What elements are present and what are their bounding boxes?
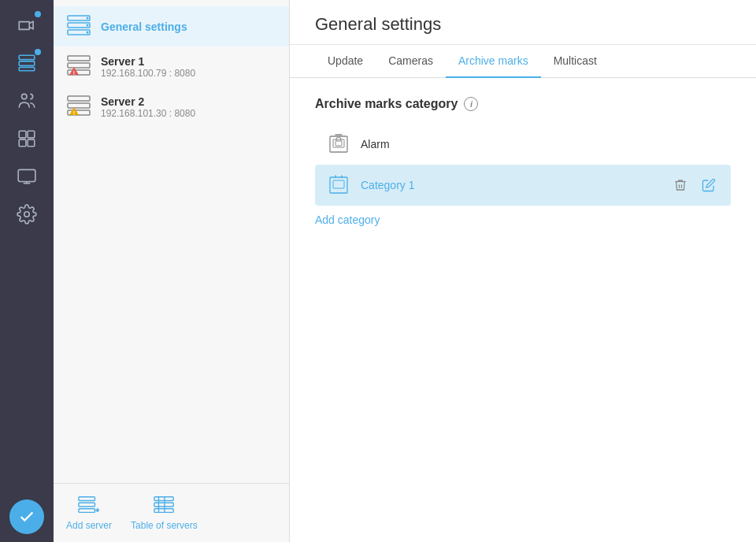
page-title: General settings xyxy=(315,14,731,35)
table-of-servers-label: Table of servers xyxy=(131,520,198,531)
svg-text:!: ! xyxy=(73,70,75,76)
main-content: General settings Update Cameras Archive … xyxy=(290,0,756,542)
svg-rect-32 xyxy=(154,503,173,507)
tabs-bar: Update Cameras Archive marks Multicast xyxy=(290,45,756,78)
svg-rect-33 xyxy=(154,509,173,513)
svg-rect-21 xyxy=(68,96,90,101)
general-settings-icon xyxy=(66,14,91,39)
category1-icon xyxy=(326,173,351,198)
svg-rect-2 xyxy=(19,67,35,70)
svg-point-9 xyxy=(24,212,30,217)
svg-point-3 xyxy=(22,94,28,99)
svg-rect-6 xyxy=(19,139,26,147)
category1-label: Category 1 xyxy=(361,179,660,191)
server-2-icon: ! xyxy=(66,95,91,119)
tab-cameras[interactable]: Cameras xyxy=(376,45,446,78)
monitor-nav-icon[interactable] xyxy=(9,159,44,194)
alarm-category-label: Alarm xyxy=(361,138,720,150)
server-1-item[interactable]: ! Server 1 192.168.100.79 : 8080 xyxy=(54,46,289,87)
main-header: General settings xyxy=(290,0,756,45)
server-1-address: 192.168.100.79 : 8080 xyxy=(101,68,195,79)
svg-rect-16 xyxy=(68,56,90,61)
svg-rect-7 xyxy=(28,139,35,147)
svg-rect-36 xyxy=(330,136,347,152)
tab-content-archive-marks: Archive marks category i Alarm xyxy=(290,78,756,542)
layout-nav-icon[interactable] xyxy=(9,121,44,156)
icon-rail xyxy=(0,0,54,542)
server-1-name: Server 1 xyxy=(101,55,195,68)
svg-rect-1 xyxy=(19,61,35,65)
svg-rect-38 xyxy=(335,141,342,146)
svg-rect-31 xyxy=(154,497,173,501)
camera-nav-icon[interactable] xyxy=(9,8,44,43)
server-nav-icon[interactable] xyxy=(9,46,44,80)
svg-point-14 xyxy=(87,24,89,27)
category-list: Alarm Category 1 xyxy=(315,124,731,206)
add-category-link[interactable]: Add category xyxy=(315,213,380,226)
svg-rect-28 xyxy=(79,509,95,513)
svg-rect-27 xyxy=(79,503,95,507)
general-settings-item[interactable]: General settings xyxy=(54,6,289,46)
server-list: General settings ! Server 1 192.168.100.… xyxy=(54,0,289,483)
section-title: Archive marks category xyxy=(315,97,458,111)
svg-rect-40 xyxy=(333,180,344,188)
add-server-button[interactable]: Add server xyxy=(66,495,112,531)
tab-archive-marks[interactable]: Archive marks xyxy=(446,45,541,78)
table-of-servers-button[interactable]: Table of servers xyxy=(131,495,198,531)
add-server-label: Add server xyxy=(66,520,112,531)
server-2-item[interactable]: ! Server 2 192.168.101.30 : 8080 xyxy=(54,87,289,127)
settings-nav-icon[interactable] xyxy=(9,197,44,232)
svg-rect-0 xyxy=(19,55,35,59)
tab-update[interactable]: Update xyxy=(315,45,376,78)
svg-point-13 xyxy=(87,17,89,20)
svg-point-15 xyxy=(87,32,89,34)
delete-category1-button[interactable] xyxy=(669,174,691,196)
section-header: Archive marks category i xyxy=(315,97,731,111)
svg-rect-5 xyxy=(28,131,35,138)
tab-multicast[interactable]: Multicast xyxy=(541,45,610,78)
server-1-icon: ! xyxy=(66,54,91,79)
svg-rect-4 xyxy=(19,131,26,138)
category-item-category1[interactable]: Category 1 xyxy=(315,165,731,206)
svg-rect-22 xyxy=(68,103,90,108)
server-panel-bottom: Add server Table of servers xyxy=(54,483,289,542)
svg-rect-26 xyxy=(79,497,95,501)
check-button[interactable] xyxy=(9,499,44,534)
general-settings-label: General settings xyxy=(101,20,187,33)
svg-text:!: ! xyxy=(73,110,75,116)
users-nav-icon[interactable] xyxy=(9,84,44,118)
category-item-alarm[interactable]: Alarm xyxy=(315,124,731,165)
server-2-address: 192.168.101.30 : 8080 xyxy=(101,108,195,119)
server-2-name: Server 2 xyxy=(101,95,195,108)
edit-category1-button[interactable] xyxy=(698,174,720,196)
svg-rect-39 xyxy=(330,177,347,193)
server-panel: General settings ! Server 1 192.168.100.… xyxy=(54,0,290,542)
rail-bottom xyxy=(0,499,54,542)
category1-actions xyxy=(669,174,720,196)
svg-rect-8 xyxy=(18,169,35,181)
alarm-category-icon xyxy=(326,132,351,157)
info-icon[interactable]: i xyxy=(464,97,478,111)
svg-rect-17 xyxy=(68,63,90,68)
